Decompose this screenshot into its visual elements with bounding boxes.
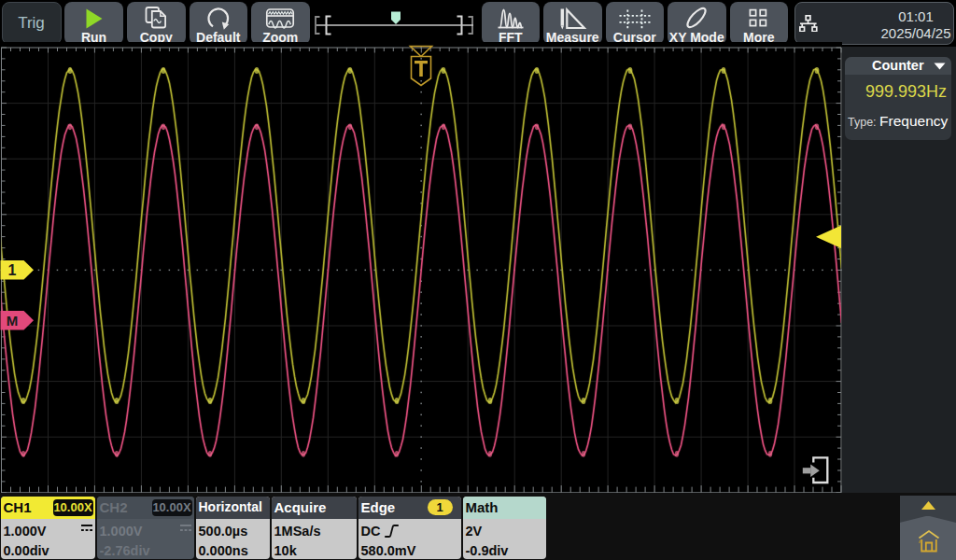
- svg-text:M: M: [7, 313, 19, 329]
- svg-text:1: 1: [8, 262, 17, 278]
